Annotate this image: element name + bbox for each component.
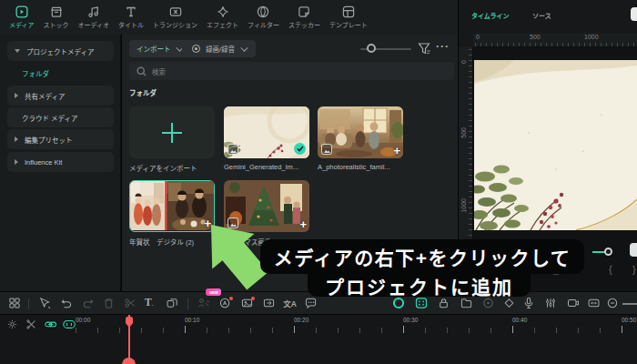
timeline-ruler[interactable]: 00:00 00:10 00:20 00:30 00:40 00:50 [76, 317, 637, 333]
linked-cut-icon[interactable] [26, 319, 36, 329]
tab-audio[interactable]: オーディオ [75, 0, 114, 35]
tab-media[interactable]: メディア [5, 0, 38, 35]
link-icon[interactable] [45, 319, 56, 329]
tab-template[interactable]: テンプレート [326, 0, 371, 35]
add-to-project-icon[interactable]: + [393, 144, 400, 157]
image-stack-icon [228, 144, 238, 155]
select-cursor-icon[interactable] [39, 298, 51, 308]
camera-track-icon[interactable] [567, 298, 580, 308]
playhead-line[interactable] [128, 315, 130, 364]
folder-icon[interactable] [460, 298, 472, 308]
redo-icon[interactable] [83, 298, 94, 308]
adjust-sliders-icon[interactable] [545, 298, 556, 308]
chevron-down-icon [15, 49, 20, 53]
divider [187, 298, 188, 309]
timeline-area: 00:00 00:10 00:20 00:30 00:40 00:50 [0, 315, 637, 364]
caption-bubble-icon[interactable] [305, 298, 317, 308]
magnet-icon[interactable] [63, 319, 76, 329]
layout-grid-icon[interactable] [9, 298, 20, 308]
undo-icon[interactable] [61, 298, 72, 308]
top-tab-bar: メディア ストック オーディオ タイトル トランジション エフェクト フィルター [0, 0, 458, 35]
sidebar-item-edit-preset[interactable]: 編集プリセット [7, 129, 114, 149]
split-scissors-icon[interactable] [125, 298, 136, 308]
record-icon [192, 45, 200, 53]
panel-corner-button[interactable] [630, 243, 637, 257]
settings-gear-icon[interactable] [7, 319, 17, 329]
chevron-right-icon [15, 136, 18, 142]
panel-slider-knob[interactable] [604, 248, 612, 256]
preview-image [474, 60, 637, 230]
horizontal-ruler: 0 500 1000 [473, 33, 637, 47]
thumbnail-size-slider-knob[interactable] [367, 44, 376, 53]
import-media-tile[interactable] [129, 106, 215, 158]
auto-snap-icon[interactable] [415, 298, 428, 309]
add-to-project-icon[interactable]: + [299, 217, 307, 231]
tutorial-tooltip-line1: メディアの右下+をクリックして [260, 239, 584, 274]
microphone-icon[interactable] [524, 298, 533, 309]
chevron-right-icon [15, 93, 18, 98]
tab-effect[interactable]: エフェクト [203, 0, 242, 35]
brace-close[interactable]: } [632, 264, 636, 275]
delete-icon[interactable] [104, 298, 114, 308]
media-tile-photorealistic[interactable]: + [318, 106, 403, 158]
chevron-down-icon [240, 44, 248, 51]
fit-width-icon[interactable] [588, 298, 600, 308]
plus-icon [162, 123, 182, 143]
tab-stock[interactable]: ストック [40, 0, 73, 35]
tile-label: 年賀状 デジタル (2) [129, 237, 194, 247]
sidebar-item-cloud-media[interactable]: クラウド メディア [7, 107, 114, 127]
text-tool-icon[interactable]: T. [145, 297, 154, 309]
overlay-icon[interactable] [167, 298, 178, 308]
playhead-dot[interactable] [122, 358, 136, 364]
folder-section-title: フォルダ [129, 87, 157, 97]
sidebar-item-folder[interactable]: フォルダ [7, 63, 114, 83]
image-stack-icon [321, 144, 332, 155]
search-icon [136, 66, 147, 76]
panel-corner-button[interactable] [631, 7, 637, 21]
tile-label: Gemini_Generated_Im... [224, 163, 298, 171]
chevron-right-icon [15, 159, 18, 165]
lock-icon[interactable] [439, 298, 449, 308]
tab-sticker[interactable]: ステッカー [285, 0, 324, 35]
record-circle-icon[interactable] [482, 298, 494, 309]
tab-filter[interactable]: フィルター [244, 0, 283, 35]
check-badge-icon[interactable] [294, 143, 306, 155]
tab-source[interactable]: ソース [532, 11, 551, 20]
tab-timeline[interactable]: タイムライン [471, 11, 510, 20]
sidebar-item-shared-media[interactable]: 共有メディア [7, 86, 114, 106]
brace-open[interactable]: { [609, 264, 612, 275]
tab-title[interactable]: タイトル [115, 0, 147, 35]
app-window: メディア ストック オーディオ タイトル トランジション エフェクト フィルター [0, 0, 637, 364]
divider [28, 298, 29, 309]
filter-icon[interactable] [418, 42, 430, 56]
tile-label: メディアをインポート [129, 163, 197, 173]
import-button[interactable]: インポート [129, 40, 188, 57]
record-button[interactable]: 録画/録音 [182, 40, 256, 57]
tutorial-tooltip-line2: プロジェクトに追加 [308, 274, 531, 297]
tab-transition[interactable]: トランジション [149, 0, 201, 35]
more-options-button[interactable]: ··· [436, 40, 450, 53]
search-input[interactable]: 検索 [129, 62, 454, 80]
sidebar-item-project-media[interactable]: プロジェクトメディア [7, 41, 114, 61]
sidebar: プロジェクトメディア フォルダ 共有メディア クラウド メディア 編集プリセット… [0, 35, 121, 291]
zoom-out-icon[interactable] [607, 298, 618, 308]
sidebar-item-influence-kit[interactable]: Influence Kit [7, 152, 114, 172]
media-tile-gemini[interactable] [224, 106, 309, 158]
timeline-zoom-slider[interactable] [622, 303, 637, 305]
marker-icon[interactable] [504, 298, 514, 308]
tile-label: A_photorealistic_famil... [318, 163, 390, 171]
